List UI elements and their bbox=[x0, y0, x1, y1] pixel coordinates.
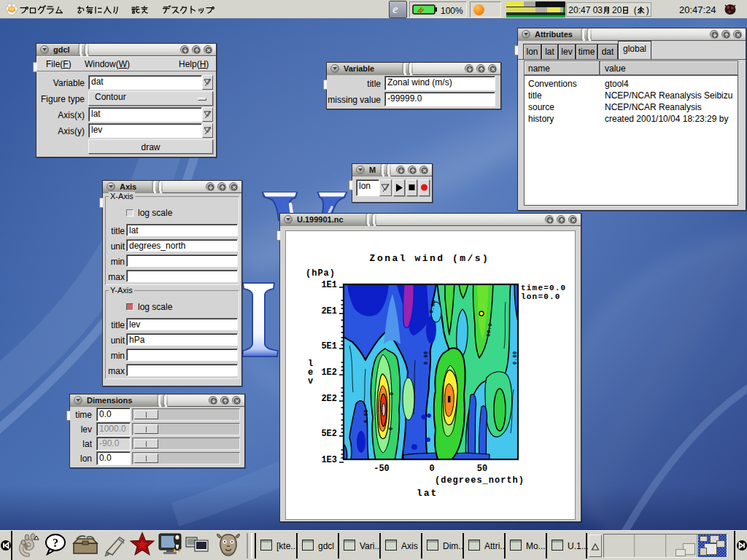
svg-text:0: 0 bbox=[429, 464, 434, 474]
svg-text:Zonal wind (m/s): Zonal wind (m/s) bbox=[370, 253, 490, 264]
svg-text:1E1: 1E1 bbox=[321, 280, 337, 290]
svg-text:1E2: 1E2 bbox=[321, 368, 337, 378]
svg-text:2E1: 2E1 bbox=[321, 306, 337, 316]
svg-text:lat: lat bbox=[417, 488, 438, 499]
svg-text:5E2: 5E2 bbox=[321, 429, 337, 439]
svg-text:2E2: 2E2 bbox=[321, 394, 337, 404]
svg-text:-50: -50 bbox=[374, 464, 390, 474]
svg-text:?: ? bbox=[53, 537, 58, 549]
svg-text:v: v bbox=[308, 376, 313, 386]
svg-text:lon=0.0: lon=0.0 bbox=[521, 292, 561, 301]
svg-text:0.00: 0.00 bbox=[423, 351, 429, 365]
svg-text:1E3: 1E3 bbox=[321, 455, 337, 465]
svg-text:0: 0 bbox=[388, 427, 394, 430]
svg-text:(hPa): (hPa) bbox=[306, 268, 336, 279]
svg-text:50: 50 bbox=[477, 464, 487, 474]
svg-text:(degrees_north): (degrees_north) bbox=[435, 475, 525, 486]
svg-text:0.00: 0.00 bbox=[363, 409, 369, 423]
svg-text:0: 0 bbox=[389, 392, 395, 395]
svg-text:time=0.0: time=0.0 bbox=[521, 284, 566, 292]
svg-text:5E1: 5E1 bbox=[321, 341, 337, 351]
svg-text:0.00: 0.00 bbox=[512, 351, 518, 365]
